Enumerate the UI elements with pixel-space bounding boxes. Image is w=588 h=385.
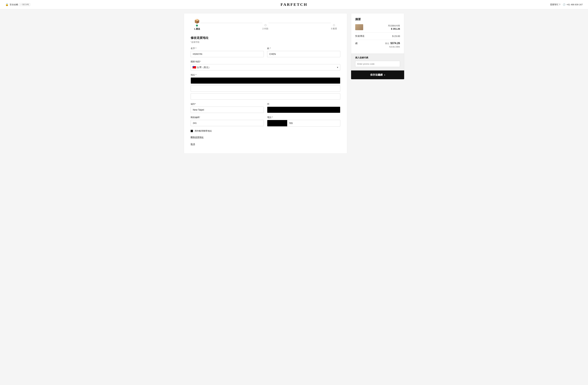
- shipping-price: $ 23.00: [392, 35, 400, 38]
- zip-phone-row: 郵政編碼* 電話 * 765: [191, 116, 340, 126]
- phone-redact-block: [267, 120, 287, 126]
- address-line2-group: [191, 85, 340, 92]
- step-3: 3.複習: [331, 19, 337, 30]
- save-continue-button[interactable]: 保存並繼續 ›: [351, 70, 404, 79]
- required-note: *必填字段: [191, 41, 340, 44]
- header-right: 需要幫忙？ 🕐 +61 488 839 167: [550, 3, 583, 6]
- step-1: 📦 1.運送: [194, 19, 200, 31]
- billing-checkbox[interactable]: [191, 130, 193, 132]
- total-price: $374.26: [390, 42, 400, 45]
- state-group: 州: [267, 103, 340, 113]
- cancel-link-wrap: 取消: [191, 143, 340, 148]
- form-title: 修改送貨地址: [191, 36, 340, 40]
- step-1-icon: 📦: [194, 19, 200, 24]
- site-logo[interactable]: FARFETCH: [281, 2, 307, 7]
- phone-group: 電話 * 765: [267, 116, 340, 126]
- lock-icon: 🔒: [5, 3, 9, 6]
- phone-suffix: 765: [287, 122, 294, 124]
- zip-label: 郵政編碼*: [191, 116, 264, 119]
- product-thumb-image: [355, 24, 363, 30]
- left-panel: 📦 1.運送 2.付款 3.複習 修改送貨地址 *必填字段: [184, 13, 347, 154]
- delete-address-link[interactable]: 刪除送貨地址: [191, 136, 204, 139]
- step-3-dot: [333, 24, 335, 26]
- address-line2-input[interactable]: [191, 85, 340, 92]
- address-label: 地址 *: [191, 73, 340, 77]
- first-name-input[interactable]: [191, 51, 264, 57]
- secure-checkout: 🔒 安全結帳 ✓ SECURE: [5, 3, 30, 6]
- city-label: 城市*: [191, 103, 264, 106]
- badge-text: ✓ SECURE: [21, 4, 29, 5]
- total-label: 總: [355, 42, 357, 45]
- summary-title: 摘要: [355, 17, 400, 21]
- city-group: 城市*: [191, 103, 264, 113]
- secure-checkout-label: 安全結帳: [10, 3, 18, 6]
- step-1-dot: [196, 24, 198, 26]
- country-label: 國家/地區*: [191, 60, 340, 63]
- zip-input[interactable]: [191, 120, 264, 126]
- total-row: 總 美元 $374.26: [355, 42, 400, 45]
- first-name-group: 名字 *: [191, 47, 264, 57]
- phone-input-wrap: 765: [267, 120, 340, 126]
- name-row: 名字 * 姓 *: [191, 47, 340, 57]
- shipping-row: 快速傳送 $ 23.00: [355, 35, 400, 38]
- billing-checkbox-label: 用作帳單郵寄地址: [195, 129, 212, 132]
- total-value-wrap: 美元 $374.26: [385, 42, 400, 45]
- product-price: $ 351.26: [365, 27, 400, 30]
- product-thumbnail: [355, 24, 363, 30]
- header: 🔒 安全結帳 ✓ SECURE FARFETCH 需要幫忙？ 🕐 +61 488…: [0, 0, 588, 9]
- help-link[interactable]: 需要幫忙？: [550, 3, 561, 6]
- promo-input[interactable]: [355, 61, 400, 67]
- promo-title: 插入促銷代碼: [355, 56, 400, 59]
- product-name: 馬克雅各布斯: [365, 24, 400, 27]
- total-currency: 美元: [385, 42, 389, 45]
- right-panel: 摘要 馬克雅各布斯 $ 351.26 快速傳送 $ 23.00 總: [351, 13, 404, 154]
- country-flag: 🇹🇼: [192, 65, 196, 69]
- step-2-label: 2.付款: [262, 27, 269, 30]
- step-3-label: 3.複習: [331, 27, 337, 30]
- save-button-label: 保存並繼續: [370, 73, 383, 77]
- address-line3-group: [191, 93, 340, 100]
- last-name-input[interactable]: [267, 51, 340, 57]
- phone-label: 電話 *: [267, 116, 340, 119]
- summary-divider-2: [355, 40, 400, 40]
- address-group: 地址 *: [191, 73, 340, 84]
- main-container: 📦 1.運送 2.付款 3.複習 修改送貨地址 *必填字段: [181, 9, 407, 158]
- last-name-group: 姓 *: [267, 47, 340, 57]
- last-name-label: 姓 *: [267, 47, 340, 50]
- summary-item-row: 馬克雅各布斯 $ 351.26: [355, 24, 400, 30]
- cancel-link[interactable]: 取消: [191, 143, 195, 146]
- total-note: 包括進口關稅: [355, 46, 400, 48]
- step-1-label: 1.運送: [194, 27, 200, 31]
- header-left: 🔒 安全結帳 ✓ SECURE: [5, 3, 30, 6]
- phone-area: 🕐 +61 488 839 167: [563, 3, 583, 6]
- state-label: 州: [267, 103, 340, 106]
- delete-link-wrap: 刪除送貨地址: [191, 136, 340, 141]
- chevron-right-icon: ›: [384, 73, 385, 77]
- billing-checkbox-row: 用作帳單郵寄地址: [191, 129, 340, 132]
- steps-bar: 📦 1.運送 2.付款 3.複習: [191, 19, 340, 31]
- country-group: 國家/地區* 🇹🇼 台灣（美元） ▾: [191, 60, 340, 70]
- secure-badge: ✓ SECURE: [19, 3, 30, 6]
- summary-card: 摘要 馬克雅各布斯 $ 351.26 快速傳送 $ 23.00 總: [351, 13, 404, 54]
- phone-number: +61 488 839 167: [567, 3, 583, 6]
- shipping-label: 快速傳送: [355, 35, 364, 38]
- first-name-label: 名字 *: [191, 47, 264, 50]
- state-input[interactable]: [267, 107, 340, 113]
- address-line1-input[interactable]: [191, 78, 340, 84]
- step-2: 2.付款: [262, 19, 269, 30]
- summary-item-detail: 馬克雅各布斯 $ 351.26: [365, 24, 400, 30]
- address-line3-input[interactable]: [191, 93, 340, 100]
- country-select[interactable]: 台灣（美元）: [191, 64, 340, 70]
- step-2-dot: [264, 24, 267, 26]
- phone-icon: 🕐: [563, 3, 566, 6]
- promo-card: 插入促銷代碼: [351, 54, 404, 70]
- zip-group: 郵政編碼*: [191, 116, 264, 126]
- country-select-wrap: 🇹🇼 台灣（美元） ▾: [191, 64, 340, 70]
- city-state-row: 城市* 州: [191, 103, 340, 113]
- city-input[interactable]: [191, 107, 264, 113]
